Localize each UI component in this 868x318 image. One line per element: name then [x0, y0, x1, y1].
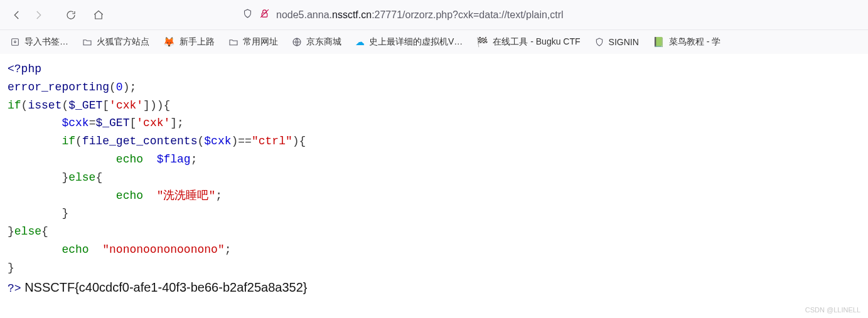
flag-icon: 🏁 [476, 36, 488, 48]
bookmark-common-urls[interactable]: 常用网址 [228, 36, 278, 48]
php-code: <?php error_reporting(0); if(isset($_GET… [8, 60, 860, 297]
folder-icon [82, 37, 92, 47]
back-button[interactable] [6, 4, 28, 26]
folder-icon [228, 37, 238, 47]
bookmarks-bar: 导入书签… 火狐官方站点 🦊新手上路 常用网址 京东商城 ☁史上最详细的虚拟机V… [0, 30, 868, 54]
home-button[interactable] [88, 4, 109, 26]
reload-button[interactable] [60, 4, 82, 26]
firefox-icon: 🦊 [163, 36, 175, 48]
bookmark-jd[interactable]: 京东商城 [292, 36, 341, 48]
url-text: node5.anna.nssctf.cn:27771/orzorz.php?cx… [276, 9, 564, 21]
globe-icon [292, 37, 302, 47]
bookmark-bugku[interactable]: 🏁在线工具 - Bugku CTF [476, 36, 580, 48]
bookmark-firefox-site[interactable]: 火狐官方站点 [82, 36, 149, 48]
cloud-icon: ☁ [355, 36, 365, 48]
forward-button[interactable] [28, 4, 49, 26]
import-bookmarks[interactable]: 导入书签… [10, 36, 68, 48]
url-bar[interactable]: node5.anna.nssctf.cn:27771/orzorz.php?cx… [235, 4, 837, 26]
import-icon [10, 37, 20, 47]
bookmark-getting-started[interactable]: 🦊新手上路 [163, 36, 215, 48]
bookmark-runoob[interactable]: 📗菜鸟教程 - 学 [653, 36, 721, 48]
bookmark-vm-tutorial[interactable]: ☁史上最详细的虚拟机V… [355, 36, 463, 48]
page-content: <?php error_reporting(0); if(isset($_GET… [0, 54, 868, 304]
insecure-lock-icon [259, 8, 270, 21]
shield-check-icon [594, 37, 604, 47]
book-icon: 📗 [653, 36, 665, 48]
bookmark-signin[interactable]: SIGNIN [594, 37, 639, 47]
flag-output: NSSCTF{c40cdcf0-afe1-40f3-be66-b2af25a8a… [21, 280, 308, 294]
shield-icon [242, 8, 253, 21]
browser-toolbar: node5.anna.nssctf.cn:27771/orzorz.php?cx… [0, 0, 868, 30]
